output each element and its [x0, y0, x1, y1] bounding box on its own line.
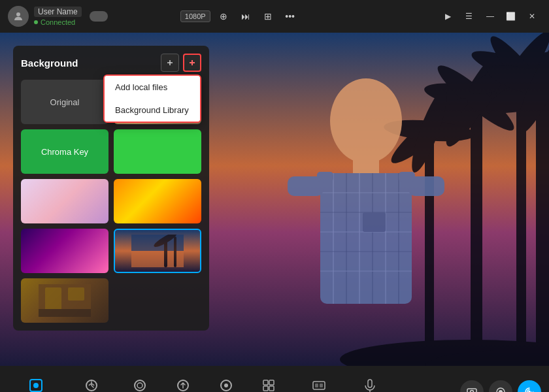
titlebar: User Name Connected 1080P ⊕ ⏭ ⊞ ••• ▶ ☰ … — [0, 0, 549, 33]
bg-item-gradient-pink[interactable] — [21, 179, 108, 223]
more-icon[interactable]: ••• — [281, 7, 299, 25]
user-info: User Name Connected — [34, 7, 82, 26]
layout-icon[interactable]: ⊞ — [259, 7, 277, 25]
collapse-button[interactable] — [161, 54, 179, 72]
svg-rect-62 — [315, 384, 318, 387]
username-label: User Name — [34, 7, 82, 17]
svg-rect-61 — [313, 382, 325, 389]
resolution-badge[interactable]: 1080P — [180, 10, 210, 22]
connection-status: Connected — [34, 18, 82, 26]
tab-content[interactable]: Content — [161, 373, 205, 393]
bg-item-room[interactable] — [21, 278, 108, 323]
chroma-key-label: Chroma Key — [41, 147, 88, 157]
original-label: Original — [50, 97, 80, 107]
record-button[interactable] — [489, 380, 512, 392]
svg-rect-57 — [263, 380, 268, 385]
add-local-files-item[interactable]: Add local files — [105, 76, 200, 99]
titlebar-controls: 1080P ⊕ ⏭ ⊞ ••• — [180, 7, 299, 25]
tab-mic[interactable]: Mic — [348, 373, 391, 393]
background-panel: Background Add local files Background Li… — [13, 46, 209, 331]
svg-rect-37 — [363, 212, 386, 232]
bottom-bar: Background Adjustment Filter — [0, 366, 549, 392]
tab-filter[interactable]: Filter — [119, 373, 161, 393]
brand-tab-icon — [219, 378, 233, 393]
bg-item-beach[interactable] — [114, 229, 201, 273]
svg-point-0 — [16, 12, 20, 16]
panel-header: Background — [21, 54, 201, 72]
bg-item-green[interactable] — [114, 129, 201, 174]
svg-rect-47 — [68, 287, 84, 301]
adjustment-tab-icon — [84, 378, 99, 393]
minimize-button[interactable]: — — [481, 7, 499, 25]
panel-actions — [161, 54, 201, 72]
camera-button[interactable] — [460, 380, 484, 392]
stream-button[interactable] — [518, 380, 541, 392]
svg-point-52 — [135, 380, 145, 391]
window-controls: ▶ ☰ — ⬜ ✕ — [439, 7, 541, 25]
svg-rect-59 — [263, 386, 268, 391]
bg-item-original[interactable]: Original — [21, 80, 108, 124]
svg-point-56 — [224, 384, 228, 387]
add-dropdown-menu: Add local files Background Library — [103, 74, 201, 123]
tab-background[interactable]: Background — [8, 373, 65, 393]
bottom-tabs: Background Adjustment Filter — [8, 373, 460, 393]
bottom-right-actions — [460, 380, 541, 392]
connection-dot — [34, 20, 38, 24]
background-tab-icon — [29, 378, 43, 393]
svg-rect-44 — [174, 237, 176, 267]
connected-label: Connected — [41, 18, 75, 26]
svg-rect-39 — [399, 172, 415, 182]
svg-rect-60 — [269, 386, 274, 391]
toggle-switch[interactable] — [90, 11, 108, 22]
filter-tab-icon — [133, 378, 147, 393]
svg-point-50 — [33, 383, 39, 388]
skip-forward-icon[interactable]: ⏭ — [237, 7, 255, 25]
panel-title: Background — [21, 57, 78, 69]
svg-point-21 — [330, 78, 402, 163]
bg-item-chroma-key[interactable]: Chroma Key — [21, 129, 108, 174]
person-area — [183, 52, 549, 366]
svg-rect-48 — [39, 309, 91, 317]
svg-rect-63 — [320, 384, 323, 387]
multi-scenes-tab-icon — [312, 378, 326, 393]
content-tab-icon — [176, 378, 190, 393]
avatar — [8, 6, 29, 27]
tab-adjustment[interactable]: Adjustment — [65, 373, 119, 393]
tab-brand[interactable]: Brand — [205, 373, 247, 393]
svg-rect-64 — [368, 380, 372, 387]
svg-rect-38 — [317, 172, 333, 182]
background-library-item[interactable]: Background Library — [105, 99, 200, 122]
tab-multi-scenes[interactable]: Multi-scenes — [290, 373, 348, 393]
mic-tab-icon — [363, 378, 377, 393]
monitor-icon[interactable]: ▶ — [439, 7, 458, 25]
svg-rect-58 — [269, 380, 274, 385]
menu-icon[interactable]: ☰ — [460, 7, 478, 25]
main-content: Background Add local files Background Li… — [0, 33, 549, 366]
close-button[interactable]: ✕ — [523, 7, 541, 25]
svg-point-53 — [137, 383, 142, 388]
add-background-button[interactable] — [183, 54, 201, 72]
bg-item-gradient-orange[interactable] — [114, 179, 201, 223]
zoom-in-icon[interactable]: ⊕ — [214, 7, 233, 25]
bg-item-gradient-purple[interactable] — [21, 229, 108, 273]
theme-tab-icon — [261, 378, 276, 393]
svg-rect-46 — [45, 287, 61, 310]
maximize-button[interactable]: ⬜ — [502, 7, 520, 25]
tab-theme[interactable]: Theme — [247, 373, 290, 393]
